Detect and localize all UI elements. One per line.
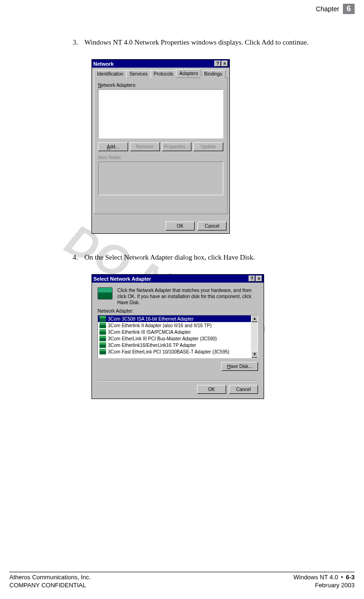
network-card-icon xyxy=(98,287,113,300)
list-item[interactable]: 3Com Fast EtherLink PCI 10/100BASE-T Ada… xyxy=(98,348,258,355)
card-icon xyxy=(99,316,106,322)
select-adapter-title: Select Network Adapter xyxy=(93,276,248,282)
footer-company: Atheros Communications, Inc. xyxy=(9,574,91,582)
select-adapter-footer: OK Cancel xyxy=(92,381,264,399)
card-icon xyxy=(99,336,106,341)
ok-button[interactable]: OK xyxy=(166,222,195,230)
network-titlebar: Network ? × xyxy=(92,60,229,68)
scrollbar[interactable]: ▲ ▼ xyxy=(251,315,258,358)
item-notes-label: Item Notes: xyxy=(98,155,223,160)
network-dialog-footer: OK Cancel xyxy=(92,220,229,233)
update-button: Update xyxy=(193,142,223,151)
select-adapter-titlebar: Select Network Adapter ? × xyxy=(92,275,264,283)
footer-date: February 2003 xyxy=(294,582,355,590)
page-footer: Atheros Communications, Inc. COMPANY CON… xyxy=(9,572,355,590)
list-item[interactable]: 3Com Etherlink III ISA/PCMCIA Adapter xyxy=(98,329,258,335)
help-button[interactable]: ? xyxy=(214,61,221,67)
footer-page-number: 6-3 xyxy=(346,574,355,581)
have-disk-row: Have Disk... xyxy=(98,362,258,371)
list-item[interactable]: 3Com Etherlink II Adapter (also II/16 an… xyxy=(98,322,258,329)
footer-confidential: COMPANY CONFIDENTIAL xyxy=(9,582,91,590)
adapters-listbox[interactable] xyxy=(98,89,223,138)
main-content: 3. Windows NT 4.0 Network Properties win… xyxy=(73,38,352,418)
card-icon xyxy=(99,323,106,328)
step-3: 3. Windows NT 4.0 Network Properties win… xyxy=(73,38,352,47)
adapters-button-row: Add... Remove Properties... Update xyxy=(98,142,223,151)
cancel-button-2[interactable]: Cancel xyxy=(229,385,258,394)
select-adapter-description: Click the Network Adapter that matches y… xyxy=(117,287,258,306)
chapter-number: 6 xyxy=(343,4,355,14)
step-3-text: Windows NT 4.0 Network Properties window… xyxy=(84,38,352,47)
card-icon xyxy=(99,349,106,354)
close-button[interactable]: × xyxy=(221,61,228,67)
ok-button-2[interactable]: OK xyxy=(197,385,226,394)
tab-strip: Identification Services Protocols Adapte… xyxy=(94,69,228,78)
step-3-number: 3. xyxy=(73,38,84,47)
properties-button: Properties... xyxy=(162,142,192,151)
step-4-text: On the Select Network Adapter dialog box… xyxy=(84,253,352,262)
chapter-label: Chapter xyxy=(316,5,339,13)
remove-button: Remove xyxy=(130,142,160,151)
screenshot-network-dialog: Network ? × Identification Services Prot… xyxy=(91,59,352,234)
item-notes-box xyxy=(98,161,223,195)
scroll-down-icon[interactable]: ▼ xyxy=(251,351,258,358)
network-adapter-label: Network Adapter: xyxy=(98,308,258,314)
adapters-panel: Network Adapters: Add... Remove Properti… xyxy=(94,78,228,214)
add-button[interactable]: Add... xyxy=(98,142,128,151)
network-dialog: Network ? × Identification Services Prot… xyxy=(91,59,230,234)
footer-product: Windows NT 4.0 xyxy=(294,574,338,581)
list-item[interactable]: 3Com Etherlink16/EtherLink16 TP Adapter xyxy=(98,342,258,348)
tab-protocols[interactable]: Protocols xyxy=(151,70,177,78)
list-item[interactable]: 3Com 3C508 ISA 16-bit Ethernet Adapter xyxy=(98,315,258,322)
select-adapter-header: Click the Network Adapter that matches y… xyxy=(92,283,264,308)
close-button-2[interactable]: × xyxy=(256,276,262,282)
tab-identification[interactable]: Identification xyxy=(94,70,127,78)
tab-services[interactable]: Services xyxy=(126,70,151,78)
select-adapter-dialog: Select Network Adapter ? × Click the Net… xyxy=(91,274,264,399)
page-header: Chapter 6 xyxy=(316,4,355,14)
have-disk-button[interactable]: Have Disk... xyxy=(221,362,258,371)
tab-bindings[interactable]: Bindings xyxy=(201,70,225,78)
adapter-listbox[interactable]: 3Com 3C508 ISA 16-bit Ethernet Adapter 3… xyxy=(98,315,258,358)
help-button-2[interactable]: ? xyxy=(249,276,255,282)
card-icon xyxy=(99,329,106,335)
cancel-button[interactable]: Cancel xyxy=(197,222,227,230)
card-icon xyxy=(99,342,106,348)
step-4-number: 4. xyxy=(73,253,84,262)
bullet-icon: • xyxy=(341,574,343,581)
network-title: Network xyxy=(93,61,214,67)
tab-adapters[interactable]: Adapters xyxy=(176,69,201,77)
scroll-up-icon[interactable]: ▲ xyxy=(251,315,258,322)
step-4: 4. On the Select Network Adapter dialog … xyxy=(73,253,352,262)
network-adapters-label: Network Adapters: xyxy=(98,83,223,88)
screenshot-select-adapter-dialog: Select Network Adapter ? × Click the Net… xyxy=(91,274,352,399)
list-item[interactable]: 3Com EtherLink III PCI Bus-Master Adapte… xyxy=(98,335,258,342)
